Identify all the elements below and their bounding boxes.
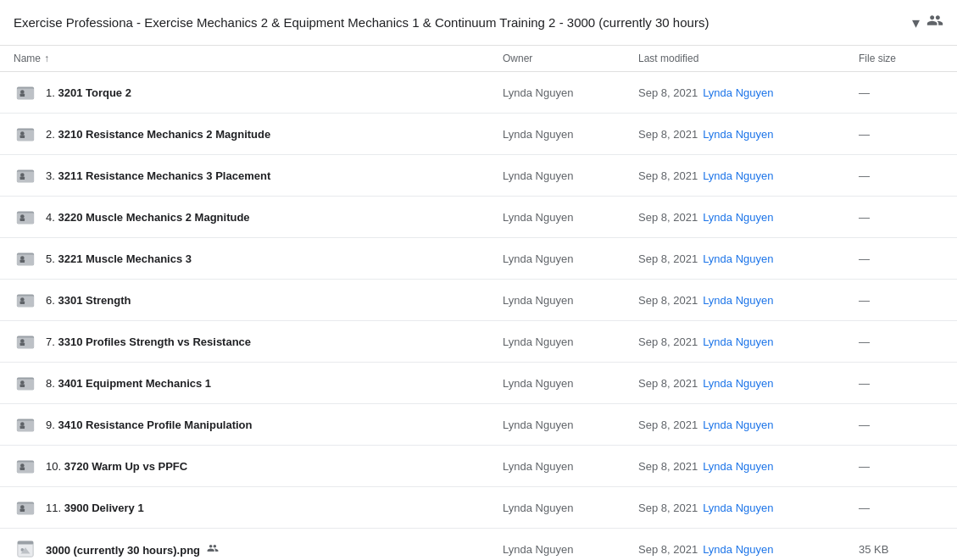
cell-modified: Sep 8, 2021 Lynda Nguyen — [638, 294, 859, 307]
svg-rect-9 — [17, 171, 34, 182]
svg-point-14 — [20, 214, 25, 219]
cell-modified: Sep 8, 2021 Lynda Nguyen — [638, 128, 859, 141]
svg-rect-35 — [20, 425, 25, 429]
modified-date: Sep 8, 2021 — [638, 377, 698, 390]
svg-rect-7 — [20, 135, 25, 138]
item-name: 10. 3720 Warm Up vs PPFC — [46, 460, 187, 473]
folder-icon — [14, 371, 37, 395]
svg-rect-19 — [20, 259, 25, 263]
svg-point-38 — [20, 463, 25, 468]
svg-rect-15 — [20, 218, 25, 221]
cell-owner: Lynda Nguyen — [503, 335, 638, 348]
image-file-icon — [14, 537, 37, 560]
svg-rect-21 — [17, 296, 34, 307]
cell-name: 2. 3210 Resistance Mechanics 2 Magnitude — [14, 122, 503, 146]
table-row[interactable]: 10. 3720 Warm Up vs PPFC Lynda Nguyen Se… — [0, 446, 957, 487]
modified-by: Lynda Nguyen — [703, 460, 773, 473]
cell-name: 8. 3401 Equipment Mechanics 1 — [14, 371, 503, 395]
svg-rect-33 — [17, 420, 34, 431]
item-name: 8. 3401 Equipment Mechanics 1 — [46, 377, 211, 390]
svg-point-34 — [20, 422, 25, 426]
svg-rect-27 — [20, 342, 25, 346]
cell-owner: Lynda Nguyen — [503, 460, 638, 473]
modified-date: Sep 8, 2021 — [638, 419, 698, 431]
cell-owner: Lynda Nguyen — [503, 252, 638, 265]
table-row[interactable]: 8. 3401 Equipment Mechanics 1 Lynda Nguy… — [0, 363, 957, 404]
cell-size: — — [859, 86, 943, 99]
sort-arrow-icon: ↑ — [44, 53, 49, 64]
cell-name: 1. 3201 Torque 2 — [14, 80, 503, 104]
folder-icon — [14, 330, 37, 353]
column-name[interactable]: Name ↑ — [14, 53, 503, 64]
dropdown-icon[interactable]: ▾ — [912, 14, 920, 32]
cell-modified: Sep 8, 2021 Lynda Nguyen — [638, 169, 859, 182]
folder-icon — [14, 413, 37, 436]
cell-owner: Lynda Nguyen — [503, 128, 638, 141]
cell-modified: Sep 8, 2021 Lynda Nguyen — [638, 543, 859, 556]
cell-modified: Sep 8, 2021 Lynda Nguyen — [638, 335, 859, 348]
modified-by: Lynda Nguyen — [703, 252, 773, 265]
breadcrumb-header: Exercise Professiona - Exercise Mechanic… — [0, 0, 957, 46]
modified-by: Lynda Nguyen — [703, 86, 773, 99]
modified-date: Sep 8, 2021 — [638, 294, 698, 307]
svg-rect-11 — [20, 176, 25, 180]
table-row[interactable]: 4. 3220 Muscle Mechanics 2 Magnitude Lyn… — [0, 197, 957, 238]
folder-icon — [14, 247, 37, 270]
cell-name: 4. 3220 Muscle Mechanics 2 Magnitude — [14, 205, 503, 229]
svg-point-30 — [20, 380, 25, 385]
cell-modified: Sep 8, 2021 Lynda Nguyen — [638, 502, 859, 514]
cell-name: 11. 3900 Delivery 1 — [14, 496, 503, 519]
svg-rect-17 — [17, 254, 34, 265]
item-name: 2. 3210 Resistance Mechanics 2 Magnitude — [46, 128, 270, 141]
svg-rect-1 — [17, 88, 34, 99]
cell-size: — — [859, 169, 943, 182]
cell-size: — — [859, 294, 943, 307]
cell-name: 3000 (currently 30 hours).png — [14, 537, 503, 560]
modified-by: Lynda Nguyen — [703, 502, 773, 514]
cell-size: — — [859, 211, 943, 224]
modified-by: Lynda Nguyen — [703, 294, 773, 307]
cell-name: 3. 3211 Resistance Mechanics 3 Placement — [14, 164, 503, 187]
folder-icon — [14, 80, 37, 104]
table-row[interactable]: 1. 3201 Torque 2 Lynda Nguyen Sep 8, 202… — [0, 72, 957, 114]
cell-size: — — [859, 502, 943, 514]
item-name: 9. 3410 Resistance Profile Manipulation — [46, 419, 253, 431]
table-row[interactable]: 9. 3410 Resistance Profile Manipulation … — [0, 404, 957, 446]
column-last-modified: Last modified — [638, 53, 859, 64]
table-row[interactable]: 3. 3211 Resistance Mechanics 3 Placement… — [0, 155, 957, 197]
modified-date: Sep 8, 2021 — [638, 335, 698, 348]
item-name: 5. 3221 Muscle Mechanics 3 — [46, 252, 192, 265]
folder-icon — [14, 454, 37, 478]
table-row[interactable]: 2. 3210 Resistance Mechanics 2 Magnitude… — [0, 114, 957, 155]
cell-name: 10. 3720 Warm Up vs PPFC — [14, 454, 503, 478]
svg-point-26 — [20, 339, 25, 343]
cell-owner: Lynda Nguyen — [503, 419, 638, 431]
people-icon[interactable] — [926, 12, 943, 33]
svg-rect-39 — [20, 467, 25, 470]
modified-by: Lynda Nguyen — [703, 377, 773, 390]
item-name: 7. 3310 Profiles Strength vs Resistance — [46, 335, 251, 348]
column-owner: Owner — [503, 53, 638, 64]
modified-by: Lynda Nguyen — [703, 543, 773, 556]
svg-point-22 — [20, 297, 25, 302]
cell-size: — — [859, 252, 943, 265]
table-row[interactable]: 3000 (currently 30 hours).png Lynda Nguy… — [0, 529, 957, 560]
item-name: 11. 3900 Delivery 1 — [46, 502, 144, 514]
folder-icon — [14, 496, 37, 519]
cell-size: — — [859, 460, 943, 473]
svg-rect-13 — [17, 213, 34, 224]
cell-owner: Lynda Nguyen — [503, 543, 638, 556]
cell-size: — — [859, 377, 943, 390]
cell-owner: Lynda Nguyen — [503, 169, 638, 182]
svg-rect-23 — [20, 301, 25, 304]
cell-name: 6. 3301 Strength — [14, 288, 503, 312]
cell-owner: Lynda Nguyen — [503, 502, 638, 514]
cell-name: 7. 3310 Profiles Strength vs Resistance — [14, 330, 503, 353]
table-row[interactable]: 5. 3221 Muscle Mechanics 3 Lynda Nguyen … — [0, 238, 957, 280]
table-row[interactable]: 11. 3900 Delivery 1 Lynda Nguyen Sep 8, … — [0, 487, 957, 529]
table-row[interactable]: 7. 3310 Profiles Strength vs Resistance … — [0, 321, 957, 363]
cell-modified: Sep 8, 2021 Lynda Nguyen — [638, 211, 859, 224]
cell-name: 5. 3221 Muscle Mechanics 3 — [14, 247, 503, 270]
table-row[interactable]: 6. 3301 Strength Lynda Nguyen Sep 8, 202… — [0, 280, 957, 321]
cell-owner: Lynda Nguyen — [503, 86, 638, 99]
